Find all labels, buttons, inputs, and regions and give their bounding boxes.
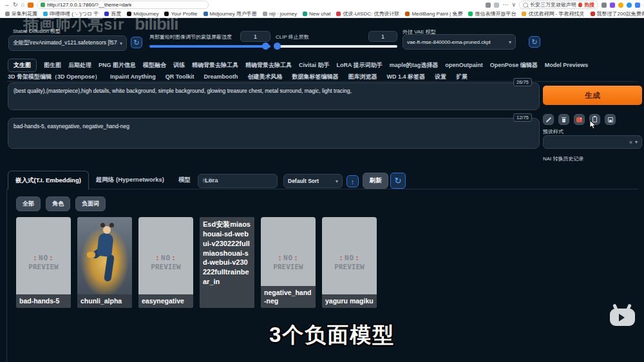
extension-orange-icon[interactable] — [618, 3, 623, 8]
clip-skip-slider[interactable] — [276, 45, 397, 48]
styles-select[interactable]: × ▾ — [543, 135, 642, 149]
extra-networks-tab[interactable]: 模型 — [171, 171, 198, 189]
forward-icon[interactable]: → — [4, 2, 10, 8]
bookmark-favicon — [591, 12, 595, 16]
vae-select[interactable]: vae-ft-mse-840000-ema-pruned.ckpt ▾ — [402, 34, 516, 50]
main-tab[interactable]: OpenPose 编辑器 — [490, 61, 538, 70]
mask-strength-slider-handle[interactable] — [262, 43, 269, 50]
main-tab[interactable]: 精确背景去除工具 — [192, 61, 238, 70]
main-tab[interactable]: maple的tag选择器 — [390, 61, 439, 70]
sort-select[interactable]: Default Sort ▾ — [283, 174, 343, 188]
clip-tool-icon[interactable] — [601, 3, 607, 8]
translate-icon[interactable] — [486, 3, 491, 8]
mask-strength-slider[interactable] — [149, 45, 270, 48]
extra-networks-left-border — [6, 189, 7, 362]
clip-skip-value[interactable]: 1 — [368, 31, 397, 42]
play-icon — [619, 314, 625, 321]
generate-button[interactable]: 生成 — [543, 86, 642, 105]
main-tab[interactable]: 文生图 — [8, 59, 37, 72]
collapse-icon[interactable]: ∨ — [511, 2, 516, 8]
bookmark-item[interactable]: Midjourney — [127, 11, 158, 17]
main-tab[interactable]: openOutpaint — [445, 62, 483, 68]
main-tab-row: 文生图图生图后期处理PNG 图片信息模型融合训练精确背景去除工具精确背景去除工具… — [8, 58, 638, 72]
embedding-card[interactable]: :NO:PREVIEWnegative_hand-neg — [261, 217, 316, 308]
no-preview-line2: PREVIEW — [334, 263, 364, 271]
main-tab[interactable]: Model Previews — [545, 62, 589, 68]
main-tab[interactable]: 训练 — [173, 61, 185, 70]
bookmark-label: 采集到花瓣 — [12, 10, 37, 17]
filter-button[interactable]: 全部 — [16, 196, 41, 211]
extension-search-icon[interactable] — [627, 3, 632, 8]
reload-icon[interactable]: ↻ — [13, 2, 18, 8]
secondary-tab[interactable]: Inpaint Anything — [110, 73, 156, 80]
hot-flame-icon — [578, 3, 582, 7]
main-tab[interactable]: 图生图 — [44, 61, 61, 70]
home-icon[interactable]: ⌂ — [21, 2, 24, 8]
bookmark-favicon — [104, 12, 109, 16]
workspace-icon[interactable] — [28, 3, 33, 8]
main-tab[interactable]: 后期处理 — [68, 61, 91, 70]
save-style-button[interactable] — [605, 114, 616, 125]
nai-history-label: NAI 转换历史记录 — [543, 155, 584, 162]
bookmark-item[interactable]: New chat — [303, 11, 330, 17]
embedding-card[interactable]: chunli_alpha — [77, 217, 132, 308]
secondary-tab[interactable]: 设置 — [435, 73, 446, 81]
bookmark-item[interactable]: 我整理了200款免费商用 — [591, 10, 644, 17]
bookmark-item[interactable]: Your Profile — [164, 11, 197, 17]
secondary-tab[interactable]: 3D 骨架模型编辑（3D Openpose） — [8, 73, 100, 81]
vae-refresh-button[interactable]: ↻ — [529, 36, 540, 48]
reload-networks-button[interactable]: ↻ — [390, 173, 406, 189]
extension-purple-icon[interactable] — [610, 3, 615, 8]
bookmark-item[interactable]: Midjourney 用户手册 — [204, 10, 257, 17]
close-icon[interactable]: × — [629, 139, 632, 146]
bookmark-item[interactable]: 优设-UISDC: 优秀设计联 — [336, 10, 399, 17]
refresh-cards-button[interactable]: 刷新 — [363, 173, 388, 189]
address-bar[interactable]: http://127.0.0.1:7860/?__theme=dark — [37, 1, 209, 9]
embedding-card[interactable]: :NO:PREVIEWyaguru magiku — [322, 217, 377, 308]
main-tab[interactable]: LoRA 提示词助手 — [337, 61, 383, 70]
bookmark-item[interactable]: 百度 — [104, 10, 121, 17]
extra-networks-button[interactable] — [574, 114, 585, 125]
filter-button[interactable]: 角色 — [46, 196, 70, 211]
paste-prompt-button[interactable] — [543, 114, 554, 125]
main-tab[interactable]: 精确背景去除工具 — [245, 61, 292, 70]
secondary-tab[interactable]: 图库浏览器 — [348, 73, 377, 81]
secondary-tab[interactable]: 扩展 — [456, 73, 468, 81]
main-tab[interactable]: 模型融合 — [143, 61, 166, 70]
sort-order-button[interactable]: ↑ — [346, 175, 359, 187]
bookmark-item[interactable]: MediBang Paint | 免费 — [405, 10, 462, 17]
negative-prompt-textarea[interactable]: bad-hands-5, easynegative, negative_hand… — [8, 118, 540, 149]
more-icon[interactable]: ⋯ — [502, 2, 508, 8]
embedding-card[interactable]: :NO:PREVIEWbad-hands-5 — [16, 217, 71, 308]
mask-strength-value[interactable]: 1 — [240, 31, 270, 42]
secondary-tab[interactable]: 创建美术风格 — [248, 73, 283, 81]
checkpoint-refresh-button[interactable]: ↻ — [131, 37, 142, 48]
secondary-tab[interactable]: WD 1.4 标签器 — [387, 73, 426, 81]
secondary-tab[interactable]: 数据集标签编辑器 — [292, 73, 339, 81]
main-tab[interactable]: PNG 图片信息 — [99, 61, 136, 70]
extra-networks-tab[interactable]: Lora — [198, 171, 225, 189]
embedding-card[interactable]: :NO:PREVIEWeasynegative — [138, 217, 193, 308]
extra-networks-tab[interactable]: 嵌入式(T.I. Embedding) — [8, 171, 89, 189]
clip-skip-slider-handle[interactable] — [274, 43, 281, 50]
embedding-card[interactable]: :NO:PREVIEWEsd安装miaoshouai-sd-webui-v230… — [200, 217, 254, 308]
bookmark-item[interactable]: 优优教程网 - 学教程找灵 — [522, 10, 584, 17]
bookmark-label: 百度 — [111, 10, 121, 17]
main-tab[interactable]: Civitai 助手 — [299, 61, 330, 70]
clear-prompt-button[interactable] — [558, 114, 569, 125]
apps-grid-icon[interactable] — [635, 3, 640, 8]
checkpoint-select[interactable]: 全能型\revAnimated_v121.safetensors [f57b21… — [8, 35, 127, 51]
prompt-textarea[interactable]: (best quality),(masterpiece),high detail… — [8, 82, 540, 110]
bookmark-item[interactable]: 采集到花瓣 — [5, 10, 37, 17]
extra-networks-tab[interactable]: 超网络 (Hypernetworks) — [89, 171, 171, 189]
browser-search[interactable]: 长安三万里致敬声明 热搜 — [519, 1, 598, 9]
bookmark-item[interactable]: 哔哩哔哩 ( '- ')つロ 干 — [43, 10, 99, 17]
filter-button[interactable]: 负面词 — [75, 196, 106, 211]
secondary-tab[interactable]: Dreambooth — [204, 73, 238, 80]
site-safety-icon[interactable] — [41, 3, 45, 7]
bookmark-item[interactable]: 微信表情开放平台 — [468, 10, 516, 17]
secondary-tab[interactable]: QR Toolkit — [166, 73, 194, 80]
bookmark-item[interactable]: niji · journey — [263, 11, 297, 17]
flash-icon[interactable] — [494, 3, 499, 8]
no-preview-line1: :NO: — [32, 254, 55, 262]
